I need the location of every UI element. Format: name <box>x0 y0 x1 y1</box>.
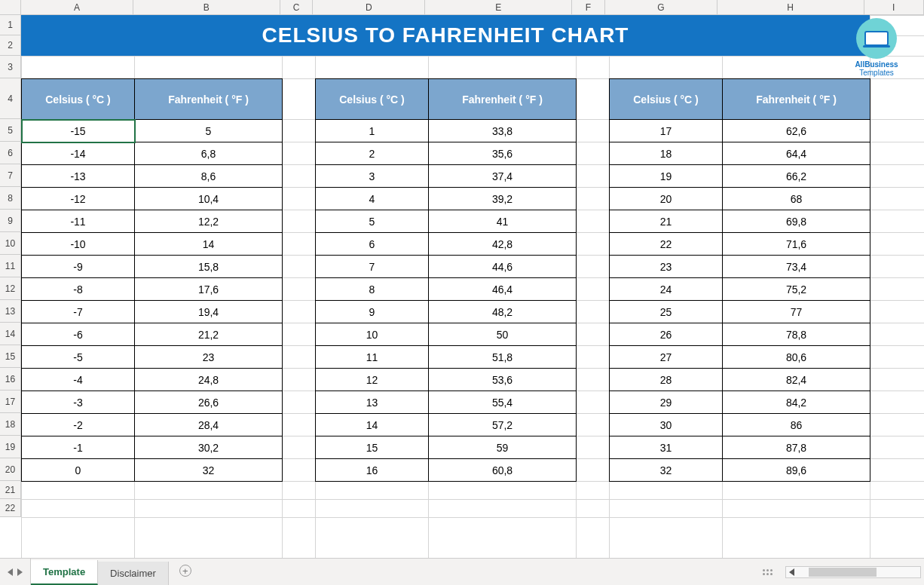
cell-celsius[interactable]: -1 <box>22 436 135 459</box>
cell-celsius[interactable]: 16 <box>316 459 429 482</box>
row-header-3[interactable]: 3 <box>0 56 20 78</box>
row-header-15[interactable]: 15 <box>0 345 20 368</box>
row-header-7[interactable]: 7 <box>0 164 20 187</box>
row-header-18[interactable]: 18 <box>0 413 20 436</box>
cell-fahrenheit[interactable]: 59 <box>429 436 577 459</box>
cell-celsius[interactable]: 15 <box>316 436 429 459</box>
row-header-1[interactable]: 1 <box>0 15 20 35</box>
column-header-A[interactable]: A <box>21 0 133 14</box>
header-fahrenheit[interactable]: Fahrenheit ( °F ) <box>429 79 577 120</box>
cell-celsius[interactable]: 2 <box>316 142 429 165</box>
cell-celsius[interactable]: 12 <box>316 369 429 391</box>
cell-celsius[interactable]: 21 <box>610 210 723 233</box>
row-header-16[interactable]: 16 <box>0 368 20 391</box>
cell-celsius[interactable]: 1 <box>316 120 429 142</box>
cell-celsius[interactable]: -5 <box>22 346 135 369</box>
header-celsius[interactable]: Celsius ( °C ) <box>22 79 135 120</box>
row-header-5[interactable]: 5 <box>0 119 20 142</box>
cell-fahrenheit[interactable]: 77 <box>723 301 870 323</box>
cell-fahrenheit[interactable]: 69,8 <box>723 210 870 233</box>
cell-fahrenheit[interactable]: 42,8 <box>429 233 577 256</box>
row-header-9[interactable]: 9 <box>0 210 20 232</box>
row-header-21[interactable]: 21 <box>0 481 20 499</box>
add-sheet-button[interactable]: + <box>169 559 202 585</box>
cell-celsius[interactable]: 31 <box>610 436 723 459</box>
row-header-22[interactable]: 22 <box>0 499 20 517</box>
header-celsius[interactable]: Celsius ( °C ) <box>610 79 723 120</box>
cell-fahrenheit[interactable]: 23 <box>135 346 283 369</box>
header-fahrenheit[interactable]: Fahrenheit ( °F ) <box>135 79 283 120</box>
row-header-8[interactable]: 8 <box>0 187 20 210</box>
cell-fahrenheit[interactable]: 50 <box>429 323 577 346</box>
cell-fahrenheit[interactable]: 21,2 <box>135 323 283 346</box>
cell-celsius[interactable]: 9 <box>316 301 429 323</box>
column-header-B[interactable]: B <box>133 0 280 14</box>
cell-celsius[interactable]: 26 <box>610 323 723 346</box>
column-header-I[interactable]: I <box>864 0 924 14</box>
cell-fahrenheit[interactable]: 48,2 <box>429 301 577 323</box>
cell-fahrenheit[interactable]: 26,6 <box>135 391 283 414</box>
cell-celsius[interactable]: 20 <box>610 188 723 210</box>
row-header-2[interactable]: 2 <box>0 35 20 56</box>
cell-fahrenheit[interactable]: 87,8 <box>723 436 870 459</box>
cell-fahrenheit[interactable]: 15,8 <box>135 256 283 278</box>
cell-fahrenheit[interactable]: 5 <box>135 120 283 142</box>
cell-fahrenheit[interactable]: 62,6 <box>723 120 870 142</box>
cell-fahrenheit[interactable]: 53,6 <box>429 369 577 391</box>
column-header-G[interactable]: G <box>605 0 717 14</box>
cell-fahrenheit[interactable]: 66,2 <box>723 165 870 188</box>
cell-celsius[interactable]: -9 <box>22 256 135 278</box>
cell-fahrenheit[interactable]: 33,8 <box>429 120 577 142</box>
cell-celsius[interactable]: 17 <box>610 120 723 142</box>
cell-fahrenheit[interactable]: 64,4 <box>723 142 870 165</box>
cell-fahrenheit[interactable]: 6,8 <box>135 142 283 165</box>
row-header-13[interactable]: 13 <box>0 300 20 323</box>
horizontal-scrollbar[interactable] <box>785 566 921 578</box>
row-header-20[interactable]: 20 <box>0 458 20 481</box>
cell-fahrenheit[interactable]: 75,2 <box>723 278 870 301</box>
cell-celsius[interactable]: -4 <box>22 369 135 391</box>
cell-fahrenheit[interactable]: 89,6 <box>723 459 870 482</box>
cell-fahrenheit[interactable]: 60,8 <box>429 459 577 482</box>
cell-celsius[interactable]: 19 <box>610 165 723 188</box>
cell-celsius[interactable]: 6 <box>316 233 429 256</box>
cell-celsius[interactable]: 28 <box>610 369 723 391</box>
cell-fahrenheit[interactable]: 14 <box>135 233 283 256</box>
column-header-C[interactable]: C <box>280 0 314 14</box>
row-header-14[interactable]: 14 <box>0 323 20 345</box>
cell-celsius[interactable]: -6 <box>22 323 135 346</box>
cell-celsius[interactable]: -15 <box>22 120 135 142</box>
cell-celsius[interactable]: 11 <box>316 346 429 369</box>
cell-celsius[interactable]: -13 <box>22 165 135 188</box>
cell-celsius[interactable]: -3 <box>22 391 135 414</box>
cell-celsius[interactable]: 0 <box>22 459 135 482</box>
cell-celsius[interactable]: 13 <box>316 391 429 414</box>
cell-celsius[interactable]: 18 <box>610 142 723 165</box>
cell-celsius[interactable]: -7 <box>22 301 135 323</box>
row-header-6[interactable]: 6 <box>0 142 20 164</box>
cell-celsius[interactable]: 8 <box>316 278 429 301</box>
cell-celsius[interactable]: 7 <box>316 256 429 278</box>
cell-fahrenheit[interactable]: 10,4 <box>135 188 283 210</box>
column-header-D[interactable]: D <box>313 0 425 14</box>
cell-fahrenheit[interactable]: 82,4 <box>723 369 870 391</box>
row-header-11[interactable]: 11 <box>0 255 20 277</box>
cell-fahrenheit[interactable]: 80,6 <box>723 346 870 369</box>
cell-fahrenheit[interactable]: 19,4 <box>135 301 283 323</box>
cell-celsius[interactable]: 14 <box>316 414 429 436</box>
row-header-12[interactable]: 12 <box>0 277 20 300</box>
column-headers[interactable]: ABCDEFGHI <box>21 0 924 15</box>
tab-disclaimer[interactable]: Disclaimer <box>98 562 169 585</box>
cell-fahrenheit[interactable]: 51,8 <box>429 346 577 369</box>
cell-celsius[interactable]: 10 <box>316 323 429 346</box>
cell-fahrenheit[interactable]: 73,4 <box>723 256 870 278</box>
cell-celsius[interactable]: 32 <box>610 459 723 482</box>
cell-fahrenheit[interactable]: 68 <box>723 188 870 210</box>
cell-celsius[interactable]: 25 <box>610 301 723 323</box>
cell-celsius[interactable]: 24 <box>610 278 723 301</box>
cell-fahrenheit[interactable]: 41 <box>429 210 577 233</box>
cell-celsius[interactable]: 4 <box>316 188 429 210</box>
split-handle-icon[interactable] <box>763 569 778 575</box>
cell-fahrenheit[interactable]: 28,4 <box>135 414 283 436</box>
cell-celsius[interactable]: -2 <box>22 414 135 436</box>
